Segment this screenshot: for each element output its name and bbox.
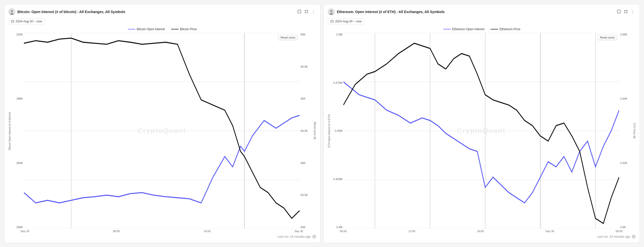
avatar — [8, 8, 15, 15]
eth-price-legend-line — [491, 29, 498, 29]
bitcoin-panel-title: Bitcoin: Open Interest (# of bitcoin) - … — [17, 10, 125, 14]
ethereum-expand-button[interactable] — [616, 9, 622, 15]
bitcoin-panel-header: Bitcoin: Open Interest (# of bitcoin) - … — [8, 8, 316, 15]
eth-avatar — [328, 8, 335, 15]
ethereum-x-axis: 06:00 12:00 18:00 Sep 30 06:00 — [328, 229, 623, 233]
bitcoin-price-legend-line — [171, 29, 179, 29]
ethereum-title-group: Ethereum: Open Interest (# of ETH) - All… — [328, 8, 445, 15]
ethereum-chart-wrapper: ETH Open Interest (# of ETH) 3.5M 3.475M… — [328, 33, 636, 233]
bitcoin-axis-row: Bitcoin Open Interest (# of bitcoin) 292… — [8, 33, 316, 229]
eth-oi-legend-line — [443, 29, 451, 29]
svg-point-16 — [330, 13, 333, 15]
bitcoin-expand-button[interactable] — [297, 9, 302, 15]
bitcoin-footer: Last run: 24 minutes ago — [8, 235, 316, 239]
bitcoin-menu-button[interactable]: ⋮ — [311, 9, 316, 14]
ethereum-panel-header: Ethereum: Open Interest (# of ETH) - All… — [328, 8, 636, 15]
bitcoin-title-group: Bitcoin: Open Interest (# of bitcoin) - … — [8, 8, 125, 15]
ethereum-external-button[interactable] — [623, 9, 629, 15]
ethereum-panel-title: Ethereum: Open Interest (# of ETH) - All… — [337, 10, 445, 14]
bitcoin-external-button[interactable] — [304, 9, 309, 15]
eth-y-left-label: ETH Open Interest (# of ETH) — [328, 33, 332, 229]
eth-price-legend-item: Ethereum Price — [491, 27, 520, 31]
svg-rect-3 — [298, 10, 301, 13]
bitcoin-y-ticks-right: 66K 65.5K 65K 64.5K 64K 63.5K 63K — [300, 33, 312, 229]
svg-point-1 — [11, 10, 13, 12]
bitcoin-chart-wrapper: Bitcoin Open Interest (# of bitcoin) 292… — [8, 33, 316, 233]
svg-marker-13 — [314, 236, 315, 237]
svg-rect-4 — [11, 20, 14, 23]
bitcoin-play-icon[interactable] — [312, 235, 316, 239]
bitcoin-x-axis: Sep 29 08:00 16:00 Sep 30 — [8, 229, 303, 233]
eth-y-ticks-left: 3.5M 3.475M 3.45M 3.425M 3.4M — [332, 33, 343, 229]
ethereum-chart-panel: Ethereum: Open Interest (# of ETH) - All… — [324, 4, 640, 243]
bitcoin-y-ticks-left: 292K 288K 284K 280K — [13, 33, 24, 229]
bitcoin-y-right-label: Bitcoin price ($) — [312, 33, 316, 229]
bitcoin-reset-zoom-button[interactable]: Reset zoom — [278, 35, 298, 40]
svg-rect-17 — [617, 10, 620, 13]
eth-y-right-label: ETH Price ($) — [632, 33, 636, 229]
eth-oi-legend-item: Ethereum Open Interest — [443, 27, 485, 31]
bitcoin-oi-legend-line — [128, 29, 135, 29]
bitcoin-date-badge[interactable]: 2024-Aug-30 ~ now — [8, 18, 45, 24]
bitcoin-chart-svg — [24, 33, 300, 229]
calendar-icon — [11, 20, 14, 23]
bitcoin-y-left-label: Bitcoin Open Interest (# of bitcoin) — [8, 33, 12, 229]
bitcoin-chart-area: CryptoQuant Reset zoom — [24, 33, 300, 229]
ethereum-legend: Ethereum Open Interest Ethereum Price — [328, 27, 636, 31]
ethereum-play-icon[interactable] — [632, 235, 636, 239]
ethereum-reset-zoom-button[interactable]: Reset zoom — [598, 35, 617, 40]
svg-point-15 — [330, 10, 332, 12]
svg-point-2 — [10, 13, 14, 15]
bitcoin-price-legend-item: Bitcoin Price — [171, 27, 197, 31]
eth-y-ticks-right: 2.66K 2.64K 2.62K 2.6K — [619, 33, 631, 229]
bitcoin-oi-legend-item: Bitcoin Open Interest — [128, 27, 165, 31]
ethereum-axis-row: ETH Open Interest (# of ETH) 3.5M 3.475M… — [328, 33, 636, 229]
eth-calendar-icon — [331, 20, 334, 23]
ethereum-footer: Last run: 24 minutes ago — [328, 235, 636, 239]
svg-rect-18 — [331, 20, 333, 23]
ethereum-chart-svg — [343, 33, 619, 229]
bitcoin-chart-panel: Bitcoin: Open Interest (# of bitcoin) - … — [4, 4, 320, 243]
svg-marker-30 — [633, 236, 635, 237]
bitcoin-panel-actions: ⋮ — [297, 9, 316, 15]
ethereum-date-badge[interactable]: 2024-Aug-30 ~ now — [328, 18, 364, 24]
ethereum-chart-area: CryptoQuant Reset zoom — [343, 33, 619, 229]
ethereum-menu-button[interactable]: ⋮ — [630, 9, 636, 14]
ethereum-panel-actions: ⋮ — [616, 9, 636, 15]
bitcoin-legend: Bitcoin Open Interest Bitcoin Price — [8, 27, 316, 31]
